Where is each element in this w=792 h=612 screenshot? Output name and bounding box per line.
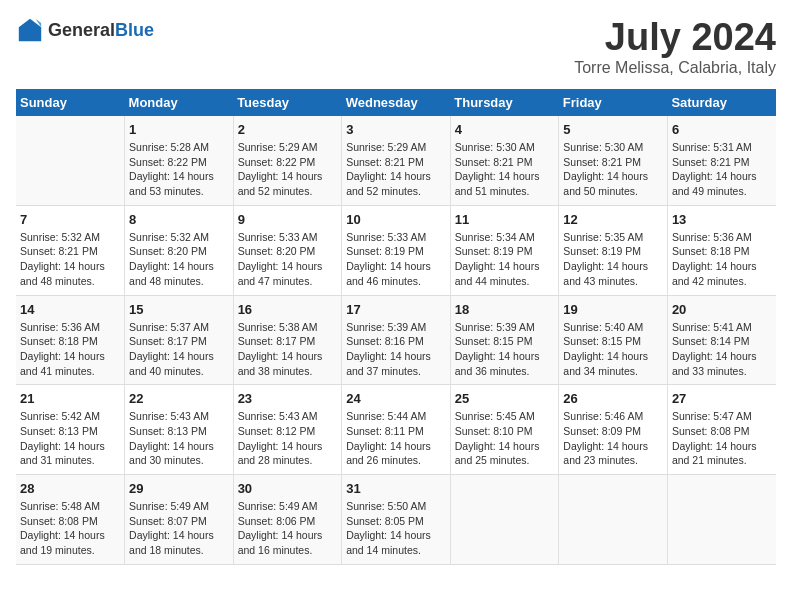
calendar-cell: 8Sunrise: 5:32 AM Sunset: 8:20 PM Daylig… xyxy=(125,205,234,295)
calendar-cell: 20Sunrise: 5:41 AM Sunset: 8:14 PM Dayli… xyxy=(667,295,776,385)
calendar-week-row: 21Sunrise: 5:42 AM Sunset: 8:13 PM Dayli… xyxy=(16,385,776,475)
day-info: Sunrise: 5:46 AM Sunset: 8:09 PM Dayligh… xyxy=(563,409,663,468)
day-info: Sunrise: 5:36 AM Sunset: 8:18 PM Dayligh… xyxy=(672,230,772,289)
day-info: Sunrise: 5:39 AM Sunset: 8:15 PM Dayligh… xyxy=(455,320,555,379)
calendar-cell: 6Sunrise: 5:31 AM Sunset: 8:21 PM Daylig… xyxy=(667,116,776,205)
day-number: 14 xyxy=(20,302,120,317)
day-number: 13 xyxy=(672,212,772,227)
day-info: Sunrise: 5:31 AM Sunset: 8:21 PM Dayligh… xyxy=(672,140,772,199)
day-number: 29 xyxy=(129,481,229,496)
day-info: Sunrise: 5:43 AM Sunset: 8:13 PM Dayligh… xyxy=(129,409,229,468)
calendar-week-row: 28Sunrise: 5:48 AM Sunset: 8:08 PM Dayli… xyxy=(16,475,776,565)
day-info: Sunrise: 5:48 AM Sunset: 8:08 PM Dayligh… xyxy=(20,499,120,558)
day-info: Sunrise: 5:38 AM Sunset: 8:17 PM Dayligh… xyxy=(238,320,338,379)
day-number: 2 xyxy=(238,122,338,137)
calendar-cell: 31Sunrise: 5:50 AM Sunset: 8:05 PM Dayli… xyxy=(342,475,451,565)
calendar-cell: 3Sunrise: 5:29 AM Sunset: 8:21 PM Daylig… xyxy=(342,116,451,205)
day-info: Sunrise: 5:45 AM Sunset: 8:10 PM Dayligh… xyxy=(455,409,555,468)
day-info: Sunrise: 5:34 AM Sunset: 8:19 PM Dayligh… xyxy=(455,230,555,289)
day-info: Sunrise: 5:29 AM Sunset: 8:21 PM Dayligh… xyxy=(346,140,446,199)
calendar-cell: 2Sunrise: 5:29 AM Sunset: 8:22 PM Daylig… xyxy=(233,116,342,205)
calendar-cell: 27Sunrise: 5:47 AM Sunset: 8:08 PM Dayli… xyxy=(667,385,776,475)
day-number: 1 xyxy=(129,122,229,137)
day-number: 23 xyxy=(238,391,338,406)
weekday-header-row: SundayMondayTuesdayWednesdayThursdayFrid… xyxy=(16,89,776,116)
calendar-cell: 19Sunrise: 5:40 AM Sunset: 8:15 PM Dayli… xyxy=(559,295,668,385)
day-number: 7 xyxy=(20,212,120,227)
day-number: 18 xyxy=(455,302,555,317)
day-info: Sunrise: 5:49 AM Sunset: 8:06 PM Dayligh… xyxy=(238,499,338,558)
day-info: Sunrise: 5:33 AM Sunset: 8:20 PM Dayligh… xyxy=(238,230,338,289)
weekday-header: Monday xyxy=(125,89,234,116)
day-info: Sunrise: 5:30 AM Sunset: 8:21 PM Dayligh… xyxy=(563,140,663,199)
weekday-header: Tuesday xyxy=(233,89,342,116)
calendar-cell xyxy=(559,475,668,565)
day-info: Sunrise: 5:42 AM Sunset: 8:13 PM Dayligh… xyxy=(20,409,120,468)
title-area: July 2024 Torre Melissa, Calabria, Italy xyxy=(574,16,776,77)
logo: GeneralBlue xyxy=(16,16,154,44)
day-number: 21 xyxy=(20,391,120,406)
calendar-cell: 12Sunrise: 5:35 AM Sunset: 8:19 PM Dayli… xyxy=(559,205,668,295)
day-number: 3 xyxy=(346,122,446,137)
day-info: Sunrise: 5:50 AM Sunset: 8:05 PM Dayligh… xyxy=(346,499,446,558)
day-number: 6 xyxy=(672,122,772,137)
calendar-cell: 11Sunrise: 5:34 AM Sunset: 8:19 PM Dayli… xyxy=(450,205,559,295)
calendar-cell: 17Sunrise: 5:39 AM Sunset: 8:16 PM Dayli… xyxy=(342,295,451,385)
day-number: 22 xyxy=(129,391,229,406)
day-info: Sunrise: 5:39 AM Sunset: 8:16 PM Dayligh… xyxy=(346,320,446,379)
day-number: 25 xyxy=(455,391,555,406)
calendar-cell xyxy=(16,116,125,205)
calendar-cell xyxy=(667,475,776,565)
calendar-cell: 25Sunrise: 5:45 AM Sunset: 8:10 PM Dayli… xyxy=(450,385,559,475)
weekday-header: Saturday xyxy=(667,89,776,116)
calendar-cell: 28Sunrise: 5:48 AM Sunset: 8:08 PM Dayli… xyxy=(16,475,125,565)
day-number: 24 xyxy=(346,391,446,406)
day-info: Sunrise: 5:33 AM Sunset: 8:19 PM Dayligh… xyxy=(346,230,446,289)
day-info: Sunrise: 5:32 AM Sunset: 8:20 PM Dayligh… xyxy=(129,230,229,289)
calendar-week-row: 14Sunrise: 5:36 AM Sunset: 8:18 PM Dayli… xyxy=(16,295,776,385)
calendar-table: SundayMondayTuesdayWednesdayThursdayFrid… xyxy=(16,89,776,565)
main-title: July 2024 xyxy=(574,16,776,59)
day-info: Sunrise: 5:40 AM Sunset: 8:15 PM Dayligh… xyxy=(563,320,663,379)
logo-text-general: General xyxy=(48,20,115,40)
weekday-header: Thursday xyxy=(450,89,559,116)
calendar-cell: 21Sunrise: 5:42 AM Sunset: 8:13 PM Dayli… xyxy=(16,385,125,475)
day-info: Sunrise: 5:49 AM Sunset: 8:07 PM Dayligh… xyxy=(129,499,229,558)
day-info: Sunrise: 5:35 AM Sunset: 8:19 PM Dayligh… xyxy=(563,230,663,289)
day-number: 10 xyxy=(346,212,446,227)
calendar-week-row: 1Sunrise: 5:28 AM Sunset: 8:22 PM Daylig… xyxy=(16,116,776,205)
day-info: Sunrise: 5:29 AM Sunset: 8:22 PM Dayligh… xyxy=(238,140,338,199)
day-info: Sunrise: 5:43 AM Sunset: 8:12 PM Dayligh… xyxy=(238,409,338,468)
day-number: 5 xyxy=(563,122,663,137)
calendar-cell xyxy=(450,475,559,565)
day-number: 11 xyxy=(455,212,555,227)
day-number: 31 xyxy=(346,481,446,496)
day-info: Sunrise: 5:44 AM Sunset: 8:11 PM Dayligh… xyxy=(346,409,446,468)
calendar-cell: 13Sunrise: 5:36 AM Sunset: 8:18 PM Dayli… xyxy=(667,205,776,295)
day-number: 27 xyxy=(672,391,772,406)
calendar-cell: 5Sunrise: 5:30 AM Sunset: 8:21 PM Daylig… xyxy=(559,116,668,205)
calendar-cell: 23Sunrise: 5:43 AM Sunset: 8:12 PM Dayli… xyxy=(233,385,342,475)
calendar-cell: 16Sunrise: 5:38 AM Sunset: 8:17 PM Dayli… xyxy=(233,295,342,385)
weekday-header: Sunday xyxy=(16,89,125,116)
calendar-cell: 30Sunrise: 5:49 AM Sunset: 8:06 PM Dayli… xyxy=(233,475,342,565)
weekday-header: Friday xyxy=(559,89,668,116)
day-number: 30 xyxy=(238,481,338,496)
day-info: Sunrise: 5:41 AM Sunset: 8:14 PM Dayligh… xyxy=(672,320,772,379)
calendar-cell: 22Sunrise: 5:43 AM Sunset: 8:13 PM Dayli… xyxy=(125,385,234,475)
calendar-cell: 4Sunrise: 5:30 AM Sunset: 8:21 PM Daylig… xyxy=(450,116,559,205)
day-number: 26 xyxy=(563,391,663,406)
calendar-cell: 29Sunrise: 5:49 AM Sunset: 8:07 PM Dayli… xyxy=(125,475,234,565)
day-number: 12 xyxy=(563,212,663,227)
calendar-cell: 10Sunrise: 5:33 AM Sunset: 8:19 PM Dayli… xyxy=(342,205,451,295)
day-info: Sunrise: 5:30 AM Sunset: 8:21 PM Dayligh… xyxy=(455,140,555,199)
day-number: 8 xyxy=(129,212,229,227)
day-info: Sunrise: 5:28 AM Sunset: 8:22 PM Dayligh… xyxy=(129,140,229,199)
day-info: Sunrise: 5:32 AM Sunset: 8:21 PM Dayligh… xyxy=(20,230,120,289)
day-number: 16 xyxy=(238,302,338,317)
day-number: 28 xyxy=(20,481,120,496)
calendar-cell: 1Sunrise: 5:28 AM Sunset: 8:22 PM Daylig… xyxy=(125,116,234,205)
calendar-cell: 15Sunrise: 5:37 AM Sunset: 8:17 PM Dayli… xyxy=(125,295,234,385)
day-info: Sunrise: 5:47 AM Sunset: 8:08 PM Dayligh… xyxy=(672,409,772,468)
calendar-cell: 9Sunrise: 5:33 AM Sunset: 8:20 PM Daylig… xyxy=(233,205,342,295)
